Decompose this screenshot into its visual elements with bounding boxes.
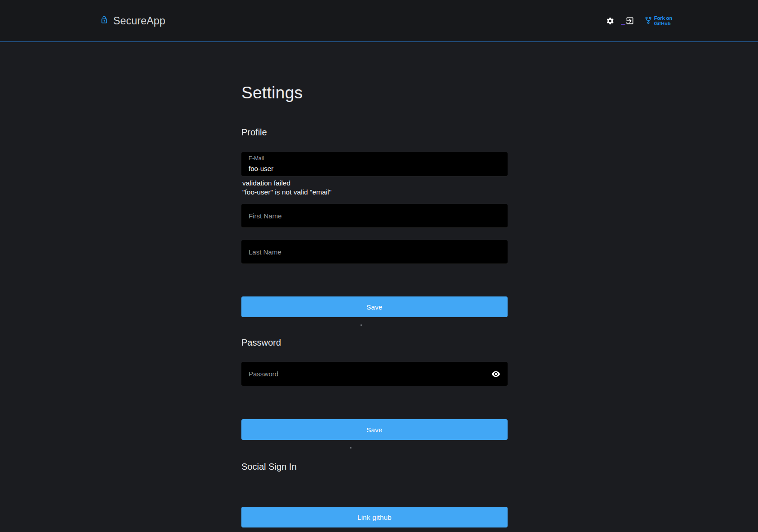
settings-page: SecureApp xyxy=(0,0,758,532)
cursor-dash xyxy=(621,24,625,25)
eye-icon xyxy=(491,373,500,380)
gear-icon xyxy=(606,20,615,27)
fork-on-github-link[interactable]: Fork on GitHub xyxy=(645,15,672,27)
first-name-field xyxy=(241,204,508,228)
password-save-button[interactable]: Save xyxy=(241,419,508,440)
profile-save-button[interactable]: Save xyxy=(241,296,508,317)
logout-button[interactable] xyxy=(625,16,634,25)
git-fork-icon xyxy=(645,15,652,27)
logout-icon xyxy=(625,20,634,27)
social-sign-in-heading: Social Sign In xyxy=(241,462,296,472)
speck-dot xyxy=(361,324,362,326)
password-visibility-toggle[interactable] xyxy=(490,369,501,379)
fork-link-text: Fork on GitHub xyxy=(654,15,672,26)
last-name-field xyxy=(241,240,508,264)
password-heading: Password xyxy=(241,338,281,348)
password-input[interactable] xyxy=(241,362,508,386)
settings-gear-button[interactable] xyxy=(606,17,615,25)
first-name-input[interactable] xyxy=(241,204,508,227)
speck-dot xyxy=(350,447,351,449)
app-header: SecureApp xyxy=(0,0,758,42)
profile-heading: Profile xyxy=(241,127,267,138)
validation-error-line2: "foo-user" is not valid "email" xyxy=(242,188,332,197)
header-actions: Fork on GitHub xyxy=(606,15,672,27)
email-field: E-Mail xyxy=(241,152,508,176)
email-input[interactable] xyxy=(241,152,508,176)
lock-open-icon xyxy=(100,15,108,27)
password-field xyxy=(241,362,508,386)
last-name-input[interactable] xyxy=(241,240,508,264)
app-logo: SecureApp xyxy=(100,15,166,27)
page-title: Settings xyxy=(241,83,303,102)
link-github-button[interactable]: Link github xyxy=(241,507,508,527)
app-title: SecureApp xyxy=(113,15,166,27)
validation-error: validation failed "foo-user" is not vali… xyxy=(242,179,332,196)
validation-error-line1: validation failed xyxy=(242,179,332,188)
